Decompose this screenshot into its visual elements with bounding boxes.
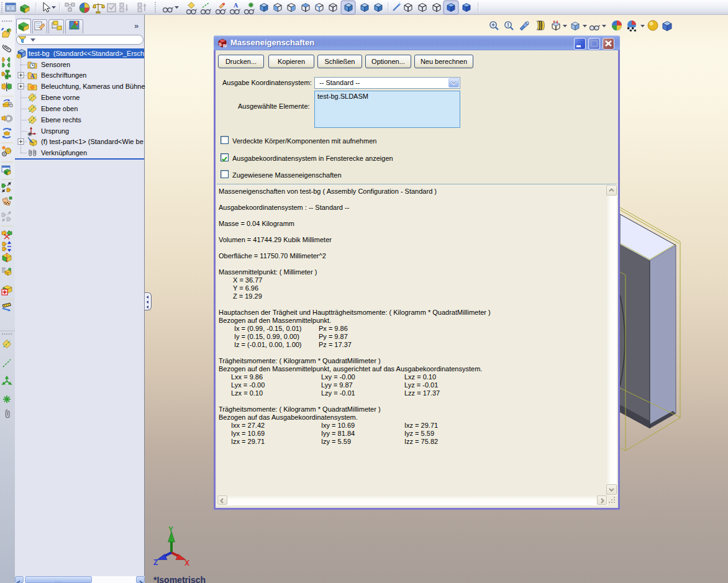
svg-text:A: A (30, 73, 35, 79)
svg-text:Y: Y (168, 525, 173, 534)
svg-text:A: A (234, 2, 239, 9)
svg-text:S: S (219, 42, 222, 47)
svg-text:W: W (223, 43, 227, 48)
svg-text:!: ! (507, 22, 509, 28)
svg-text:X: X (184, 559, 189, 567)
svg-text:Z: Z (153, 558, 158, 567)
